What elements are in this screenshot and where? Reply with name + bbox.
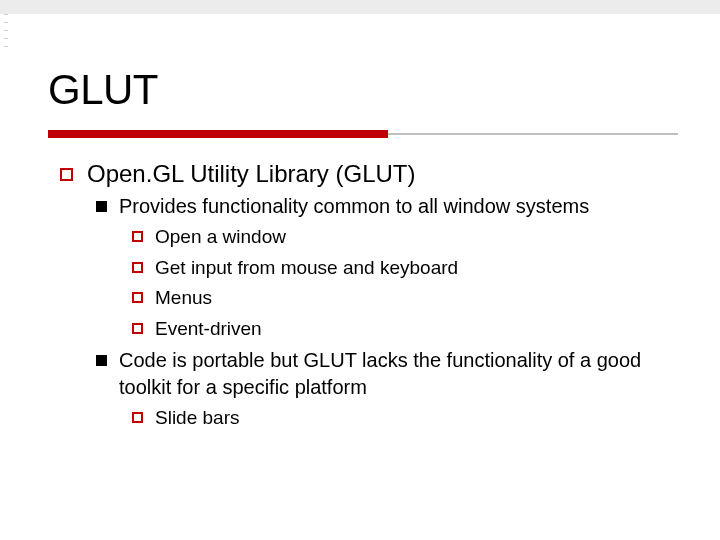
bullet-text: Open.GL Utility Library (GLUT) [87, 158, 680, 189]
hollow-square-icon [132, 262, 143, 273]
bullet-text: Menus [155, 285, 680, 312]
bullet-level1: Open.GL Utility Library (GLUT) [60, 158, 680, 189]
outline: Open.GL Utility Library (GLUT) Provides … [60, 158, 680, 435]
hollow-square-icon [60, 168, 73, 181]
title-underline-accent [48, 130, 388, 138]
slide-title: GLUT [48, 66, 158, 114]
bullet-level3: Open a window [132, 224, 680, 251]
bullet-text: Code is portable but GLUT lacks the func… [119, 347, 680, 401]
hollow-square-icon [132, 323, 143, 334]
bullet-level3: Slide bars [132, 405, 680, 432]
slide: GLUT Open.GL Utility Library (GLUT) Prov… [0, 0, 720, 540]
bullet-text: Event-driven [155, 316, 680, 343]
solid-square-icon [96, 355, 107, 366]
solid-square-icon [96, 201, 107, 212]
gutter-decoration [4, 14, 8, 74]
top-margin [0, 0, 720, 14]
hollow-square-icon [132, 412, 143, 423]
hollow-square-icon [132, 231, 143, 242]
bullet-level3: Get input from mouse and keyboard [132, 255, 680, 282]
bullet-level3: Event-driven [132, 316, 680, 343]
bullet-text: Open a window [155, 224, 680, 251]
bullet-level2: Code is portable but GLUT lacks the func… [96, 347, 680, 401]
bullet-text: Slide bars [155, 405, 680, 432]
bullet-text: Provides functionality common to all win… [119, 193, 680, 220]
title-underline-rule [388, 133, 678, 135]
bullet-level2: Provides functionality common to all win… [96, 193, 680, 220]
bullet-level3: Menus [132, 285, 680, 312]
bullet-text: Get input from mouse and keyboard [155, 255, 680, 282]
hollow-square-icon [132, 292, 143, 303]
